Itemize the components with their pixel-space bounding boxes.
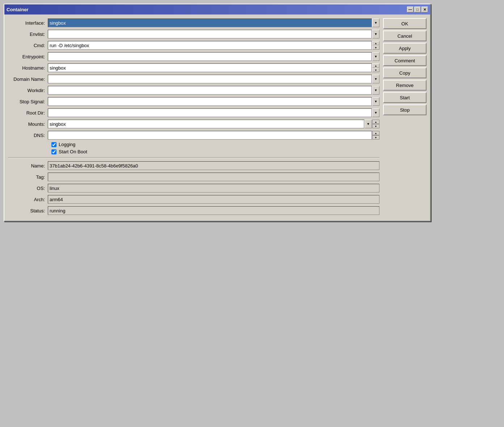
comment-button[interactable]: Comment — [383, 55, 427, 66]
cmd-control: ▲ ▼ — [48, 41, 379, 50]
logging-label: Logging — [59, 142, 75, 147]
entrypoint-dropdown-btn[interactable]: ▼ — [372, 52, 379, 61]
interface-label: Interface: — [8, 20, 48, 26]
start-button[interactable]: Start — [383, 92, 427, 103]
title-bar: Container — □ ✕ — [4, 4, 430, 14]
stop-signal-dropdown-btn[interactable]: ▼ — [372, 97, 379, 106]
cmd-up-btn[interactable]: ▲ — [372, 41, 379, 45]
status-control — [48, 206, 379, 215]
envlist-input[interactable] — [48, 30, 372, 38]
remove-button[interactable]: Remove — [383, 80, 427, 91]
workdir-row: Workdir: ▼ — [8, 86, 379, 95]
start-on-boot-row: Start On Boot — [51, 149, 379, 154]
root-dir-label: Root Dir: — [8, 110, 48, 116]
domain-name-control: ▼ — [48, 75, 379, 83]
maximize-button[interactable]: □ — [414, 7, 421, 12]
dns-spinners: ▲ ▼ — [372, 131, 379, 140]
workdir-input[interactable] — [48, 86, 372, 95]
dns-down-btn[interactable]: ▼ — [372, 135, 379, 140]
ok-button[interactable]: OK — [383, 18, 427, 29]
domain-name-input[interactable] — [48, 75, 372, 83]
mounts-input[interactable] — [48, 120, 364, 128]
cmd-label: Cmd: — [8, 43, 48, 48]
start-on-boot-checkbox[interactable] — [51, 149, 56, 154]
arch-input — [48, 195, 379, 204]
envlist-control: ▼ — [48, 30, 379, 38]
stop-signal-label: Stop Signal: — [8, 99, 48, 104]
arch-label: Arch: — [8, 197, 48, 202]
hostname-row: Hostname: ▲ ▼ — [8, 63, 379, 72]
cmd-spinner: ▲ ▼ — [372, 41, 379, 50]
hostname-spinner: ▲ ▼ — [372, 63, 379, 72]
dns-input[interactable] — [48, 131, 372, 140]
entrypoint-input[interactable] — [48, 52, 372, 61]
title-bar-buttons: — □ ✕ — [407, 7, 428, 12]
interface-input[interactable] — [48, 18, 372, 27]
minimize-button[interactable]: — — [407, 7, 413, 12]
stop-signal-input[interactable] — [48, 97, 372, 106]
tag-input — [48, 173, 379, 181]
workdir-dropdown-btn[interactable]: ▼ — [372, 86, 379, 95]
envlist-label: Envlist: — [8, 32, 48, 37]
tag-label: Tag: — [8, 174, 48, 180]
mounts-down-btn[interactable]: ▼ — [372, 124, 379, 128]
os-label: OS: — [8, 186, 48, 191]
os-control — [48, 184, 379, 192]
workdir-control: ▼ — [48, 86, 379, 95]
copy-button[interactable]: Copy — [383, 67, 427, 78]
dns-row: DNS: ▲ ▼ — [8, 130, 379, 140]
hostname-up-btn[interactable]: ▲ — [372, 63, 379, 68]
interface-dropdown-btn[interactable]: ▼ — [372, 18, 379, 27]
dns-label: DNS: — [8, 133, 48, 138]
tag-control — [48, 173, 379, 181]
cmd-down-btn[interactable]: ▼ — [372, 45, 379, 50]
logging-row: Logging — [51, 142, 379, 147]
interface-control: ▼ — [48, 18, 379, 27]
domain-name-label: Domain Name: — [8, 76, 48, 82]
start-on-boot-label: Start On Boot — [59, 149, 87, 154]
tag-row: Tag: — [8, 172, 379, 182]
container-window: Container — □ ✕ Interface: ▼ Envlist: — [4, 4, 431, 221]
hostname-control: ▲ ▼ — [48, 63, 379, 72]
name-row: Name: — [8, 161, 379, 170]
mounts-dropdown-btn[interactable]: ▼ — [365, 120, 372, 128]
mounts-control: ▼ ▲ ▼ — [48, 120, 379, 128]
workdir-label: Workdir: — [8, 88, 48, 93]
form-area: Interface: ▼ Envlist: ▼ Cmd: — [8, 18, 379, 217]
os-input — [48, 184, 379, 192]
root-dir-row: Root Dir: ▼ — [8, 108, 379, 117]
name-label: Name: — [8, 163, 48, 169]
domain-name-dropdown-btn[interactable]: ▼ — [372, 75, 379, 83]
cmd-row: Cmd: ▲ ▼ — [8, 41, 379, 50]
mounts-up-btn[interactable]: ▲ — [372, 120, 379, 124]
logging-checkbox[interactable] — [51, 142, 56, 147]
name-control — [48, 161, 379, 170]
mounts-spinners: ▲ ▼ — [372, 120, 379, 128]
stop-button[interactable]: Stop — [383, 104, 427, 115]
dns-up-btn[interactable]: ▲ — [372, 131, 379, 135]
window-title: Container — [7, 7, 29, 12]
stop-signal-row: Stop Signal: ▼ — [8, 97, 379, 106]
mounts-row: Mounts: ▼ ▲ ▼ — [8, 119, 379, 129]
status-label: Status: — [8, 208, 48, 214]
entrypoint-control: ▼ — [48, 52, 379, 61]
arch-control — [48, 195, 379, 204]
cmd-input[interactable] — [48, 41, 372, 50]
interface-row: Interface: ▼ — [8, 18, 379, 28]
apply-button[interactable]: Apply — [383, 43, 427, 54]
close-button[interactable]: ✕ — [421, 7, 428, 12]
hostname-label: Hostname: — [8, 65, 48, 71]
cancel-button[interactable]: Cancel — [383, 30, 427, 41]
status-input — [48, 206, 379, 215]
entrypoint-label: Entrypoint: — [8, 54, 48, 59]
hostname-input[interactable] — [48, 63, 372, 72]
stop-signal-control: ▼ — [48, 97, 379, 106]
hostname-down-btn[interactable]: ▼ — [372, 68, 379, 72]
envlist-dropdown-btn[interactable]: ▼ — [372, 30, 379, 38]
root-dir-control: ▼ — [48, 108, 379, 117]
name-input — [48, 161, 379, 170]
envlist-row: Envlist: ▼ — [8, 29, 379, 39]
root-dir-input[interactable] — [48, 108, 372, 117]
arch-row: Arch: — [8, 195, 379, 204]
root-dir-dropdown-btn[interactable]: ▼ — [372, 108, 379, 117]
